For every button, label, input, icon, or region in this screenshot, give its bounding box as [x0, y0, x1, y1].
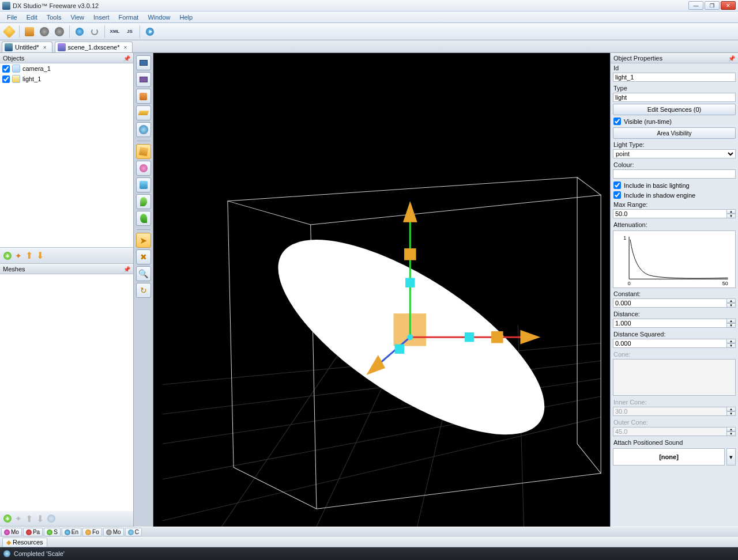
toolbar-play-icon[interactable]	[143, 25, 157, 39]
arrow-down-icon[interactable]: ⬇	[36, 250, 44, 261]
vtool-globe-icon[interactable]	[136, 122, 151, 137]
type-label: Type	[611, 84, 738, 93]
btab-item[interactable]: Mo	[103, 528, 124, 536]
vtool-box2-icon[interactable]	[136, 177, 151, 192]
object-row[interactable]: camera_1	[0, 63, 133, 74]
tool-icon[interactable]: ✦	[15, 251, 22, 260]
visible-runtime-checkbox[interactable]	[613, 118, 621, 125]
tool-icon[interactable]: ✦	[15, 514, 22, 523]
menu-help[interactable]: Help	[175, 13, 198, 22]
arrow-down-icon[interactable]: ⬇	[36, 513, 44, 524]
spinner[interactable]: ▲▼	[726, 209, 736, 218]
vtool-select-arrow-icon[interactable]: ➤	[136, 233, 151, 248]
maximize-button[interactable]: ❐	[705, 1, 720, 10]
vtool-zoom-icon[interactable]: 🔍	[136, 266, 151, 281]
close-icon[interactable]: ×	[42, 44, 48, 51]
attach-sound-label: Attach Positioned Sound	[611, 438, 738, 447]
svg-marker-18	[520, 330, 540, 345]
tab-untitled[interactable]: Untitled* ×	[2, 41, 52, 52]
toolbar-js-icon[interactable]: JS	[123, 25, 137, 39]
close-button[interactable]: ✕	[721, 1, 736, 10]
distance-sq-field[interactable]: ▲▼	[613, 339, 736, 348]
vtool-screen-icon[interactable]	[136, 55, 151, 70]
3d-viewport[interactable]	[153, 53, 610, 527]
btab-item[interactable]: C	[125, 528, 142, 536]
minimize-button[interactable]: —	[688, 1, 703, 10]
resources-tab[interactable]: ◆ Resources	[2, 538, 47, 547]
id-field[interactable]	[613, 73, 736, 82]
vtool-package-icon[interactable]	[136, 89, 151, 104]
toolbar-box-icon[interactable]	[22, 25, 36, 39]
resources-label: Resources	[13, 539, 43, 546]
vtool-leaf-icon[interactable]	[136, 194, 151, 209]
add-mesh-icon[interactable]: +	[3, 514, 12, 523]
btab-item[interactable]: Fo	[82, 528, 102, 536]
vtool-separator	[135, 139, 152, 142]
menu-insert[interactable]: Insert	[89, 13, 114, 22]
tab-scene1[interactable]: scene_1.dxscene* ×	[55, 41, 133, 52]
btab-item[interactable]: S	[44, 528, 61, 536]
toolbar-refresh-icon[interactable]	[88, 25, 101, 39]
visible-runtime-label: Visible (run-time)	[624, 118, 672, 125]
toolbar-wand-icon[interactable]	[2, 25, 16, 39]
pin-icon[interactable]: 📌	[728, 55, 735, 62]
pin-icon[interactable]: 📌	[123, 55, 130, 62]
colour-swatch[interactable]	[613, 169, 736, 179]
vtool-leaf2-icon[interactable]	[136, 211, 151, 226]
btab-item[interactable]: En	[62, 528, 81, 536]
constant-field[interactable]: ▲▼	[613, 298, 736, 308]
light-icon	[12, 75, 20, 83]
attach-sound-drop[interactable]: [none] ▾	[613, 448, 736, 466]
btab-item[interactable]: Mo	[1, 528, 22, 536]
close-icon[interactable]: ×	[122, 44, 129, 51]
arrow-up-icon[interactable]: ⬆	[25, 513, 33, 524]
menu-format[interactable]: Format	[114, 13, 144, 22]
btab-item[interactable]: Pa	[23, 528, 43, 536]
attenuation-graph[interactable]: 1 0 50	[613, 230, 736, 288]
objects-header[interactable]: Objects 📌	[0, 53, 133, 63]
area-visibility-button[interactable]: Area Visibility	[613, 127, 736, 139]
properties-header[interactable]: Object Properties 📌	[611, 53, 738, 63]
menu-edit[interactable]: Edit	[22, 13, 42, 22]
toolbar-xml-icon[interactable]: XML	[108, 25, 122, 39]
menu-view[interactable]: View	[66, 13, 89, 22]
main-toolbar: XML JS	[0, 23, 738, 40]
vtool-sphere-icon[interactable]	[136, 161, 151, 176]
light-type-select[interactable]: point	[613, 149, 736, 158]
meshes-header[interactable]: Meshes 📌	[0, 264, 133, 274]
tab-label: Untitled*	[15, 44, 39, 51]
include-shadow-checkbox[interactable]	[613, 191, 621, 199]
chevron-down-icon[interactable]: ▾	[726, 448, 736, 466]
globe-icon[interactable]	[47, 514, 55, 523]
arrow-up-icon[interactable]: ⬆	[25, 250, 33, 261]
toolbar-gear1-icon[interactable]	[37, 25, 51, 39]
vtool-rotate-icon[interactable]: ↻	[136, 283, 151, 298]
spinner[interactable]: ▲▼	[726, 339, 736, 348]
object-visibility-checkbox[interactable]	[2, 65, 10, 73]
type-field[interactable]	[613, 93, 736, 102]
vtool-cube-icon[interactable]	[136, 144, 151, 159]
menu-file[interactable]: File	[2, 13, 22, 22]
max-range-field[interactable]: ▲▼	[613, 209, 736, 218]
pin-icon[interactable]: 📌	[123, 266, 130, 273]
spinner[interactable]: ▲▼	[726, 298, 736, 308]
menu-window[interactable]: Window	[143, 13, 175, 22]
toolbar-globe-icon[interactable]	[73, 25, 86, 39]
add-object-icon[interactable]: +	[3, 252, 12, 260]
vtool-monitor-icon[interactable]	[136, 72, 151, 87]
edit-sequences-button[interactable]: Edit Sequences (0)	[613, 104, 736, 115]
object-visibility-checkbox[interactable]	[2, 75, 10, 83]
vtool-move-icon[interactable]: ✖	[136, 249, 151, 264]
vtool-plane-icon[interactable]	[136, 105, 151, 120]
light-type-label: Light Type:	[611, 140, 738, 149]
spinner: ▲▼	[726, 407, 736, 416]
distance-field[interactable]: ▲▼	[613, 319, 736, 328]
id-label: Id	[611, 63, 738, 73]
menu-tools[interactable]: Tools	[42, 13, 66, 22]
svg-rect-23	[395, 345, 404, 354]
svg-rect-19	[491, 331, 503, 343]
include-basic-checkbox[interactable]	[613, 181, 621, 189]
toolbar-gear2-icon[interactable]	[52, 25, 66, 39]
object-row[interactable]: light_1	[0, 74, 133, 84]
spinner[interactable]: ▲▼	[726, 319, 736, 328]
